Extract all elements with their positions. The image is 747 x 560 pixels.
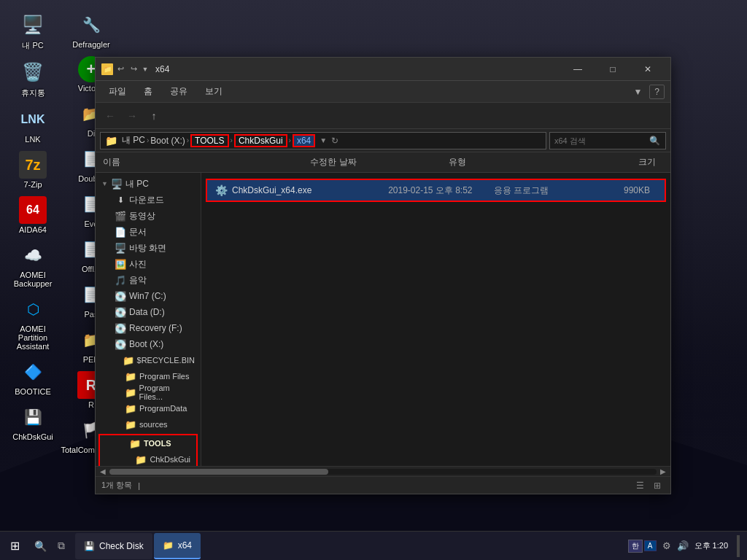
menu-view[interactable]: 보기 <box>198 82 230 101</box>
taskbar: ⊞ 🔍 ⧉ 💾 Check Disk 📁 x64 한 A ⚙ <box>0 531 747 560</box>
start-button[interactable]: ⊞ <box>0 532 29 561</box>
desktop-icon-aida64[interactable]: 64 AIDA64 <box>7 196 58 234</box>
content-area: ▼ 🖥️ 내 PC ⬇ 다운로드 🎬 동영상 📄 문서 <box>96 173 670 466</box>
nav-recoveryf[interactable]: 💽 Recovery (F:) <box>96 320 201 336</box>
nav-music[interactable]: 🎵 음악 <box>96 272 201 288</box>
chkdskgui-label: ChkDskGui <box>12 432 53 441</box>
refresh-button[interactable]: ↻ <box>331 136 338 146</box>
path-tools[interactable]: TOOLS <box>190 134 228 147</box>
menu-home[interactable]: 홈 <box>136 82 160 101</box>
desktop-icon-aomei-backupper[interactable]: ☁️ AOMEI Backupper <box>7 241 58 288</box>
scroll-left-button[interactable]: ◀ <box>98 467 108 477</box>
title-bar: 📁 ↩ ↪ ▼ x64 — □ ✕ <box>96 58 670 81</box>
path-mypc[interactable]: 내 PC <box>122 134 145 147</box>
cortana-button[interactable]: 🔍 <box>29 535 51 557</box>
forward-button[interactable]: → <box>122 106 142 126</box>
desktop-icon-bootice[interactable]: 🔷 BOOTICE <box>7 358 58 396</box>
desktop-icon-mypc[interactable]: 🖥️ 내 PC <box>7 11 58 51</box>
task-view-button[interactable]: ⧉ <box>51 535 71 557</box>
desktop-icon-chkdskgui[interactable]: 💾 ChkDskGui <box>7 403 58 441</box>
nav-bootx[interactable]: 💽 Boot (X:) <box>96 336 201 352</box>
desktop-icon-aomei-partition[interactable]: ⬡ AOMEI Partition Assistant <box>7 295 58 351</box>
x64-taskbar-label: x64 <box>178 540 192 551</box>
nav-recycle-bin[interactable]: 📁 $RECYCLE.BIN <box>96 352 201 368</box>
nav-mypc[interactable]: ▼ 🖥️ 내 PC <box>96 176 201 192</box>
file-item-chkdskgui[interactable]: ⚙️ ChkDskGui_x64.exe 2019-02-15 오후 8:52 … <box>207 180 665 201</box>
nav-downloads[interactable]: ⬇ 다운로드 <box>96 192 201 208</box>
address-bar: 📁 내 PC › Boot (X:) › TOOLS › ChkDskGui ›… <box>96 129 670 152</box>
nav-sources[interactable]: 📁 sources <box>96 416 201 432</box>
col-date-header[interactable]: 수정한 날짜 <box>310 156 449 168</box>
scroll-track[interactable] <box>109 469 657 475</box>
nav-documents[interactable]: 📄 문서 <box>96 224 201 240</box>
nav-chkdskgui-folder[interactable]: 📁 ChkDskGui <box>100 451 196 466</box>
nav-back-undo[interactable]: ↩ <box>115 63 126 75</box>
mypc-label: 내 PC <box>22 40 43 51</box>
desktop-icon-recycle[interactable]: 🗑️ 휴지통 <box>7 58 58 98</box>
videos-nav-icon: 🎬 <box>115 211 126 222</box>
window-title: x64 <box>155 64 561 74</box>
sources-nav-icon: 📁 <box>125 419 136 430</box>
menu-file[interactable]: 파일 <box>101 82 133 101</box>
desktop-icon-7zip[interactable]: 7z 7-Zip <box>7 151 58 189</box>
aomei-partition-icon: ⬡ <box>19 295 47 323</box>
show-desktop-button[interactable] <box>737 535 740 557</box>
horizontal-scrollbar[interactable]: ◀ ▶ <box>96 466 670 476</box>
nav-program-files-x86[interactable]: 📁 Program Files... <box>96 384 201 400</box>
col-type-header[interactable]: 유형 <box>449 156 587 168</box>
program-files-x86-nav-icon: 📁 <box>125 387 136 398</box>
qa-dropdown[interactable]: ▼ <box>141 63 150 75</box>
r-label: R <box>88 400 94 409</box>
search-bar[interactable]: 🔍 <box>549 132 666 149</box>
ribbon-collapse[interactable]: ▼ <box>629 85 646 98</box>
desktop-icon-defraggler[interactable]: 🔧 Defraggler <box>66 11 117 49</box>
nav-tools[interactable]: 📁 TOOLS <box>100 435 196 451</box>
nav-desktop-folder[interactable]: 🖥️ 바탕 화면 <box>96 240 201 256</box>
help-button[interactable]: ? <box>649 85 665 99</box>
search-input[interactable] <box>554 136 649 145</box>
scroll-right-button[interactable]: ▶ <box>658 467 668 477</box>
documents-nav-icon: 📄 <box>115 227 126 238</box>
defraggler-icon: 🔧 <box>77 11 105 39</box>
time-display: 오후 1:20 <box>694 540 728 551</box>
nav-datad[interactable]: 💽 Data (D:) <box>96 304 201 320</box>
nav-program-files[interactable]: 📁 Program Files <box>96 368 201 384</box>
column-headers: 이름 수정한 날짜 유형 크기 <box>96 152 670 173</box>
7zip-label: 7-Zip <box>23 180 42 189</box>
view-icons-button[interactable]: ⊞ <box>650 478 665 493</box>
close-button[interactable]: ✕ <box>631 58 665 81</box>
minimize-button[interactable]: — <box>561 58 595 81</box>
up-button[interactable]: ↑ <box>144 106 164 126</box>
taskbar-item-x64[interactable]: 📁 x64 <box>154 533 201 559</box>
nav-forward-redo[interactable]: ↪ <box>128 63 139 75</box>
path-chkdskgui[interactable]: ChkDskGui <box>234 134 287 147</box>
nav-programdata[interactable]: 📁 ProgramData <box>96 400 201 416</box>
nav-photos[interactable]: 🖼️ 사진 <box>96 256 201 272</box>
nav-win7c[interactable]: 💽 Win7 (C:) <box>96 288 201 304</box>
scroll-thumb[interactable] <box>109 469 328 475</box>
file-size-chkdskgui: 990KB <box>600 185 657 195</box>
language-indicator[interactable]: 한 A <box>628 540 657 553</box>
col-name-header[interactable]: 이름 <box>103 156 310 168</box>
program-files-nav-icon: 📁 <box>125 371 136 382</box>
settings-icon[interactable]: ⚙ <box>662 540 671 551</box>
tools-group-highlight: 📁 TOOLS 📁 ChkDskGui 📁 x64 <box>98 434 198 466</box>
taskbar-item-checkdisk[interactable]: 💾 Check Disk <box>75 533 152 559</box>
maximize-button[interactable]: □ <box>596 58 630 81</box>
address-path[interactable]: 📁 내 PC › Boot (X:) › TOOLS › ChkDskGui ›… <box>100 132 546 149</box>
col-size-header[interactable]: 크기 <box>587 156 663 168</box>
quick-access-icon[interactable]: 📁 <box>101 63 113 75</box>
x64-taskbar-icon: 📁 <box>163 540 174 551</box>
nav-videos[interactable]: 🎬 동영상 <box>96 208 201 224</box>
back-button[interactable]: ← <box>100 106 120 126</box>
tools-nav-icon: 📁 <box>129 438 141 449</box>
volume-icon[interactable]: 🔊 <box>677 540 689 551</box>
file-date-chkdskgui: 2019-02-15 오후 8:52 <box>388 184 489 197</box>
menu-share[interactable]: 공유 <box>163 82 195 101</box>
bootx-nav-icon: 💽 <box>115 339 126 350</box>
desktop-icon-lnk[interactable]: LNK LNK <box>7 106 58 144</box>
view-details-button[interactable]: ☰ <box>632 478 647 493</box>
status-bar: 1개 항목 | ☰ ⊞ <box>96 476 670 494</box>
path-x64[interactable]: x64 <box>293 134 315 147</box>
path-boot[interactable]: Boot (X:) <box>150 136 185 146</box>
